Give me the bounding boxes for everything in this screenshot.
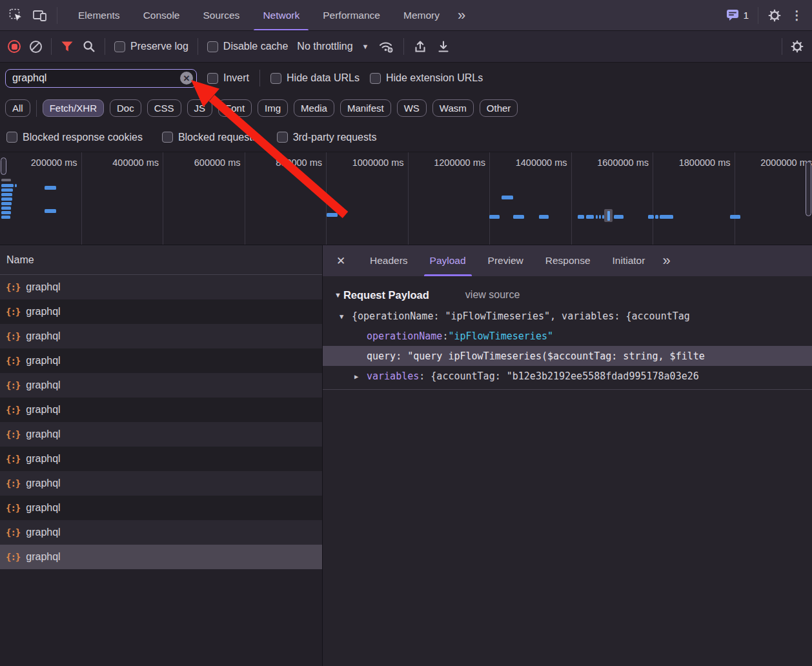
preserve-log-checkbox[interactable]: Preserve log <box>114 41 188 52</box>
collapsed-arrow-icon[interactable]: ▶ <box>354 372 363 380</box>
tab-console[interactable]: Console <box>132 0 192 30</box>
detail-tab-payload[interactable]: Payload <box>419 245 477 276</box>
filter-chip-img[interactable]: Img <box>258 99 288 117</box>
table-row[interactable]: {:}graphql <box>0 398 322 422</box>
token-plain: {operationName: "ipFlowTimeseries", vari… <box>352 310 690 322</box>
payload-line[interactable]: ▶variables: {accountTag: "b12e3b2192ee55… <box>323 366 812 386</box>
payload-line[interactable]: query: "query ipFlowTimeseries($accountT… <box>323 346 812 366</box>
toolbar-divider <box>198 38 198 55</box>
more-detail-tabs-icon[interactable]: » <box>656 254 676 268</box>
request-list-panel: Name {:}graphql{:}graphql{:}graphql{:}gr… <box>0 245 323 666</box>
request-payload-section[interactable]: ▼ Request Payload view source <box>323 284 812 306</box>
clear-filter-icon[interactable]: ✕ <box>180 72 193 85</box>
hide-data-urls-checkbox[interactable]: Hide data URLs <box>270 72 360 84</box>
more-tabs-icon[interactable]: » <box>451 8 472 23</box>
table-row[interactable]: {:}graphql <box>0 520 322 545</box>
network-overview-timeline[interactable]: 200000 ms400000 ms600000 ms800000 ms1000… <box>0 152 812 245</box>
divider <box>36 100 37 117</box>
table-row[interactable]: {:}graphql <box>0 447 322 471</box>
tab-elements[interactable]: Elements <box>66 0 132 30</box>
checkbox-box[interactable] <box>114 41 125 52</box>
table-row[interactable]: {:}graphql <box>0 348 322 373</box>
network-conditions-button[interactable] <box>378 39 394 54</box>
table-row[interactable]: {:}graphql <box>0 275 322 299</box>
overview-grip-left[interactable] <box>1 157 6 175</box>
tab-memory[interactable]: Memory <box>392 0 451 30</box>
checkbox-box[interactable] <box>207 41 218 52</box>
checkbox-box[interactable] <box>162 132 173 143</box>
table-row[interactable]: {:}graphql <box>0 545 322 569</box>
invert-checkbox[interactable]: Invert <box>207 72 249 84</box>
network-main-area: Name {:}graphql{:}graphql{:}graphql{:}gr… <box>0 245 812 666</box>
disable-cache-checkbox[interactable]: Disable cache <box>207 41 289 52</box>
network-activity-bar <box>1 197 12 201</box>
record-button[interactable] <box>8 40 21 53</box>
tab-performance[interactable]: Performance <box>311 0 392 30</box>
filter-chip-font[interactable]: Font <box>218 99 252 117</box>
detail-tab-initiator[interactable]: Initiator <box>602 245 656 276</box>
tab-network[interactable]: Network <box>251 0 311 30</box>
filter-chip-media[interactable]: Media <box>294 99 334 117</box>
import-har-button[interactable] <box>413 39 427 54</box>
network-activity-bar <box>539 215 549 219</box>
view-source-link[interactable]: view source <box>465 289 520 301</box>
checkbox-box[interactable] <box>207 73 218 84</box>
checkbox-label: Blocked response cookies <box>23 132 143 143</box>
checkbox-box[interactable] <box>270 73 281 84</box>
filter-input[interactable] <box>5 69 197 88</box>
close-icon[interactable]: ✕ <box>323 245 359 276</box>
table-row[interactable]: {:}graphql <box>0 324 322 348</box>
timeline-segments: 200000 ms400000 ms600000 ms800000 ms1000… <box>0 152 812 245</box>
throttling-select[interactable]: No throttling ▼ <box>297 41 369 52</box>
request-name: graphql <box>26 281 60 293</box>
detail-tab-response[interactable]: Response <box>534 245 602 276</box>
settings-gear-icon[interactable] <box>767 8 782 23</box>
payload-line[interactable]: ▼{operationName: "ipFlowTimeseries", var… <box>323 306 812 326</box>
inspect-element-icon[interactable] <box>9 8 23 23</box>
filter-chip-ws[interactable]: WS <box>397 99 427 117</box>
checkbox-box[interactable] <box>370 73 381 84</box>
device-toolbar-icon[interactable] <box>32 8 48 23</box>
payload-line[interactable]: operationName: "ipFlowTimeseries" <box>323 326 812 346</box>
expanded-arrow-icon[interactable]: ▼ <box>340 312 348 320</box>
filter-chip-other[interactable]: Other <box>480 99 518 117</box>
checkbox-blocked-requests[interactable]: Blocked requests <box>162 132 258 143</box>
download-icon <box>436 39 451 54</box>
table-row[interactable]: {:}graphql <box>0 422 322 447</box>
filter-toggle-button[interactable] <box>61 41 74 53</box>
hide-extension-urls-checkbox[interactable]: Hide extension URLs <box>370 72 483 84</box>
search-button[interactable] <box>83 40 96 53</box>
table-row[interactable]: {:}graphql <box>0 496 322 520</box>
clear-button[interactable] <box>30 41 42 53</box>
table-row[interactable]: {:}graphql <box>0 299 322 324</box>
checkbox-box[interactable] <box>277 132 288 143</box>
toolbar-divider <box>403 38 404 55</box>
filter-chip-all[interactable]: All <box>5 99 30 117</box>
filter-chip-doc[interactable]: Doc <box>110 99 141 117</box>
filter-chip-css[interactable]: CSS <box>147 99 181 117</box>
overview-grip-right[interactable] <box>806 161 811 216</box>
request-name: graphql <box>26 330 60 342</box>
export-har-button[interactable] <box>436 39 451 54</box>
json-braces-icon: {:} <box>6 429 20 439</box>
checkbox-box[interactable] <box>6 132 17 143</box>
filter-chip-wasm[interactable]: Wasm <box>432 99 474 117</box>
detail-tab-preview[interactable]: Preview <box>477 245 534 276</box>
filter-row: ✕ Invert Hide data URLs Hide extension U… <box>0 63 812 94</box>
filter-chip-js[interactable]: JS <box>187 99 213 117</box>
detail-tab-headers[interactable]: Headers <box>359 245 419 276</box>
table-row[interactable]: {:}graphql <box>0 471 322 496</box>
filter-chip-manifest[interactable]: Manifest <box>340 99 391 117</box>
filter-chip-fetch-xhr[interactable]: Fetch/XHR <box>43 99 104 117</box>
checkbox-label: Blocked requests <box>178 132 258 143</box>
kebab-menu-icon[interactable]: ⋮ <box>791 8 803 23</box>
checkbox-blocked-response-cookies[interactable]: Blocked response cookies <box>6 132 143 143</box>
token-plain: : {accountTag: "b12e3b2192ee5588fdad9951… <box>419 370 698 382</box>
issues-counter[interactable]: 1 <box>726 9 749 21</box>
tab-sources[interactable]: Sources <box>192 0 252 30</box>
name-column-header[interactable]: Name <box>0 245 322 275</box>
checkbox-3rd-party-requests[interactable]: 3rd-party requests <box>277 132 377 143</box>
table-row[interactable]: {:}graphql <box>0 373 322 398</box>
network-settings-gear-icon[interactable] <box>790 39 804 54</box>
section-collapse-icon[interactable]: ▼ <box>334 291 341 299</box>
